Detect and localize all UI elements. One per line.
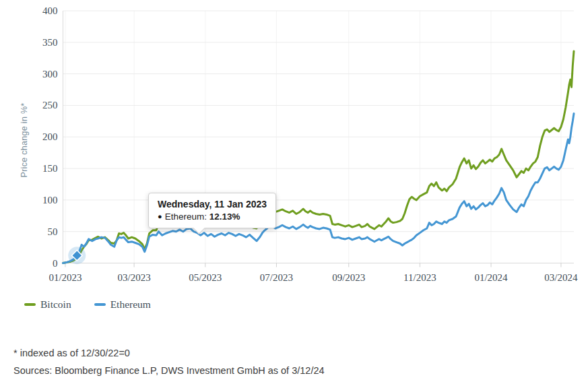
chart-canvas[interactable]: 05010015020025030035040001/202303/202305… bbox=[0, 0, 588, 317]
sources-footnote: Sources: Bloomberg Finance L.P, DWS Inve… bbox=[13, 365, 325, 376]
tooltip-value: 12.13% bbox=[209, 212, 240, 222]
x-tick-label: 09/2023 bbox=[332, 272, 365, 283]
y-axis-title: Price change in %* bbox=[20, 102, 29, 177]
chart-tooltip: Wednesday, 11 Jan 2023 ●Ethereum: 12.13% bbox=[148, 193, 276, 228]
x-tick-label: 03/2024 bbox=[544, 272, 578, 283]
x-tick-label: 07/2023 bbox=[260, 272, 293, 283]
y-tick-label: 200 bbox=[42, 131, 58, 142]
y-tick-label: 50 bbox=[48, 226, 58, 237]
tooltip-series-label: Ethereum: bbox=[165, 212, 207, 222]
y-tick-label: 350 bbox=[42, 37, 58, 48]
legend-item-ethereum[interactable]: Ethereum bbox=[94, 298, 151, 311]
x-tick-label: 11/2023 bbox=[403, 272, 436, 283]
tooltip-date: Wednesday, 11 Jan 2023 bbox=[158, 199, 267, 210]
x-tick-label: 03/2023 bbox=[118, 272, 151, 283]
y-tick-label: 300 bbox=[42, 69, 58, 79]
y-tick-label: 0 bbox=[53, 258, 58, 269]
series-bullet-icon: ● bbox=[158, 212, 162, 220]
legend-label-bitcoin: Bitcoin bbox=[40, 298, 71, 311]
x-tick-label: 05/2023 bbox=[189, 272, 222, 283]
y-tick-label: 100 bbox=[42, 195, 58, 205]
x-tick-label: 01/2023 bbox=[48, 272, 81, 283]
y-tick-label: 150 bbox=[42, 163, 58, 174]
price-change-chart[interactable]: 05010015020025030035040001/202303/202305… bbox=[0, 0, 588, 317]
legend-item-bitcoin[interactable]: Bitcoin bbox=[24, 298, 71, 311]
y-tick-label: 400 bbox=[42, 5, 58, 16]
x-tick-label: 01/2024 bbox=[474, 272, 508, 283]
legend-label-ethereum: Ethereum bbox=[110, 298, 151, 311]
chart-legend: Bitcoin Ethereum bbox=[24, 298, 151, 311]
bitcoin-dash-icon bbox=[24, 303, 36, 306]
ethereum-dash-icon bbox=[94, 303, 106, 306]
y-tick-label: 250 bbox=[42, 100, 58, 110]
index-footnote: * indexed as of 12/30/22=0 bbox=[13, 348, 130, 358]
tooltip-series-row: ●Ethereum: 12.13% bbox=[158, 212, 267, 222]
